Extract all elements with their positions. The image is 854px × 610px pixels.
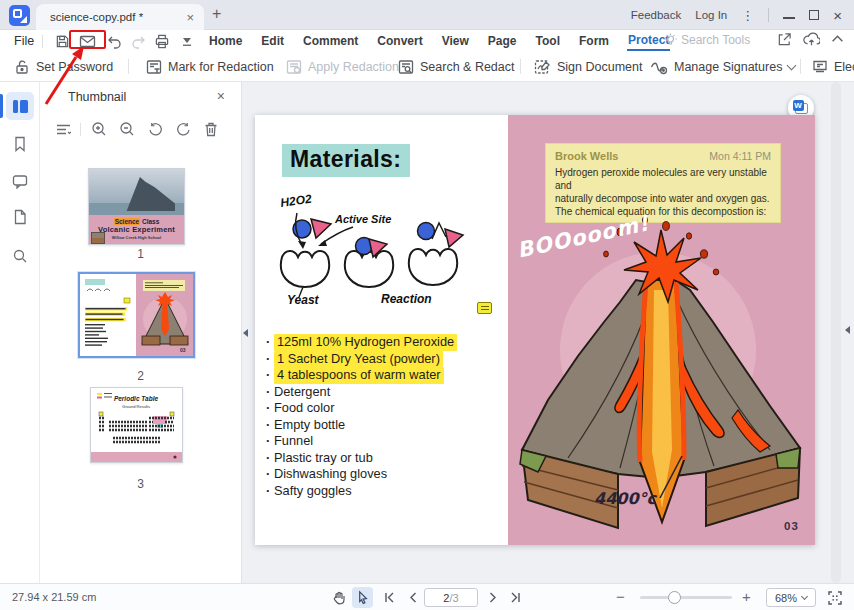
list-item-text: Empty bottle <box>274 417 345 434</box>
mark-for-redaction-button[interactable]: Mark for Redaction <box>146 52 274 81</box>
search-redact-icon <box>398 59 414 75</box>
rail-attachment-button[interactable] <box>6 203 34 231</box>
select-tool-button[interactable] <box>352 587 373 608</box>
note-timestamp: Mon 4:11 PM <box>709 150 771 162</box>
toolbar-dropdown-icon[interactable] <box>178 33 196 50</box>
electronic-signature-label: Elec <box>834 60 854 74</box>
list-item-text: Food color <box>274 400 334 417</box>
more-menu-icon[interactable]: ⋮ <box>741 8 754 23</box>
label-h2o2: H2O2 <box>279 192 312 210</box>
page-number-input[interactable]: 2 /3 <box>424 588 478 607</box>
manage-signatures-button[interactable]: Manage Signatures <box>650 52 795 81</box>
zoom-slider[interactable] <box>640 596 732 599</box>
window-maximize-button[interactable] <box>809 10 819 20</box>
rail-thumbnail-button[interactable] <box>6 92 34 120</box>
titlebar-right: Feedback Log In ⋮ × <box>631 0 854 30</box>
delete-page-icon[interactable] <box>202 120 220 138</box>
annotation-highlight-box <box>69 30 106 49</box>
sticky-note-annotation-icon[interactable] <box>477 302 492 314</box>
page-left-half: Materials: <box>255 115 508 545</box>
rotate-left-icon[interactable] <box>146 120 164 138</box>
collapse-panel-arrow-icon[interactable] <box>243 329 248 337</box>
menu-tool[interactable]: Tool <box>535 32 561 50</box>
zoom-in-button[interactable]: + <box>742 588 751 605</box>
rail-bookmark-button[interactable] <box>6 130 34 158</box>
search-redact-button[interactable]: Search & Redact <box>398 52 515 81</box>
new-tab-button[interactable]: + <box>212 5 221 23</box>
lock-open-icon <box>14 59 30 75</box>
window-minimize-button[interactable] <box>783 17 795 19</box>
divider <box>80 123 81 136</box>
page-thumbnail-3[interactable]: Periodic Table Ground Results <box>90 387 183 463</box>
panel-options-icon[interactable] <box>54 120 72 138</box>
list-item: ·Safty goggles <box>266 483 457 500</box>
tab-close-icon[interactable]: × <box>186 10 194 25</box>
zoom-in-thumbs-icon[interactable] <box>90 120 108 138</box>
thumb-1-number: 1 <box>40 247 241 261</box>
collapse-toolbar-icon[interactable] <box>831 32 844 45</box>
set-password-label: Set Password <box>36 60 113 74</box>
rail-comment-button[interactable] <box>6 167 34 195</box>
document-area[interactable]: W Materials: <box>242 82 854 583</box>
zoom-level-dropdown[interactable]: 68% <box>766 588 816 607</box>
sign-document-button[interactable]: Sign Document <box>534 52 642 81</box>
menu-view[interactable]: View <box>441 32 470 50</box>
last-page-button[interactable] <box>505 587 526 608</box>
cloud-upload-icon[interactable] <box>803 32 820 47</box>
redaction-apply-icon <box>286 59 302 75</box>
fullscreen-button[interactable] <box>824 587 845 608</box>
hand-icon <box>332 590 346 605</box>
previous-page-button[interactable] <box>402 587 423 608</box>
next-page-button[interactable] <box>482 587 503 608</box>
page-thumbnail-2-selected[interactable]: 03 <box>78 272 195 358</box>
redo-icon[interactable] <box>130 33 148 50</box>
list-item-text: Safty goggles <box>274 483 352 500</box>
divider <box>42 35 43 48</box>
menu-form[interactable]: Form <box>578 32 610 50</box>
temperature-label: 4400°c <box>594 489 656 508</box>
rail-search-button[interactable] <box>6 242 34 270</box>
vertical-scrollbar[interactable] <box>831 82 841 583</box>
label-reaction: Reaction <box>381 292 432 306</box>
comment-icon <box>12 174 28 189</box>
menu-edit[interactable]: Edit <box>260 32 285 50</box>
svg-text:03: 03 <box>180 347 186 353</box>
menu-row: File Home Edit Comment Convert View Page… <box>0 30 854 52</box>
slide3-mini: Periodic Table Ground Results <box>91 388 182 462</box>
document-tab[interactable]: science-copy.pdf * × <box>36 4 204 30</box>
list-item: ·Dishwashing gloves <box>266 466 457 483</box>
page-thumbnail-1[interactable]: Science Class Volcanic Experiment Willow… <box>88 168 185 245</box>
first-page-icon <box>383 592 395 603</box>
thumbnail-panel: Thumbnail × Science Class Volca <box>40 82 242 583</box>
search-tools-button[interactable]: Search Tools <box>664 33 750 47</box>
menu-page[interactable]: Page <box>487 32 518 50</box>
menu-comment[interactable]: Comment <box>302 32 359 50</box>
menu-convert[interactable]: Convert <box>376 32 423 50</box>
menu-home[interactable]: Home <box>208 32 243 50</box>
slide1-word-science: Science <box>114 218 141 225</box>
chevron-right-icon <box>489 592 497 603</box>
undo-icon[interactable] <box>105 33 123 50</box>
zoom-out-thumbs-icon[interactable] <box>118 120 136 138</box>
electronic-signature-button[interactable]: Elec <box>812 52 854 81</box>
set-password-button[interactable]: Set Password <box>14 52 113 81</box>
login-link[interactable]: Log In <box>695 9 727 21</box>
slide1-titleblock: Science Class Volcanic Experiment Willow… <box>89 215 184 245</box>
list-item-text: Dishwashing gloves <box>274 466 387 483</box>
rotate-right-icon[interactable] <box>174 120 192 138</box>
window-close-button[interactable]: × <box>833 7 842 24</box>
share-icon[interactable] <box>777 32 792 47</box>
titlebar: science-copy.pdf * × + Feedback Log In ⋮… <box>0 0 854 30</box>
file-menu[interactable]: File <box>14 34 34 48</box>
manage-signatures-label: Manage Signatures <box>674 60 782 74</box>
panel-close-icon[interactable]: × <box>217 88 225 104</box>
first-page-button[interactable] <box>378 587 399 608</box>
zoom-out-button[interactable]: − <box>616 588 625 605</box>
menu-items: Home Edit Comment Convert View Page Tool… <box>208 30 670 52</box>
print-icon[interactable] <box>153 33 171 50</box>
hand-tool-button[interactable] <box>328 587 349 608</box>
list-item: ·Funnel <box>266 433 457 450</box>
zoom-slider-handle[interactable] <box>668 591 681 604</box>
collapse-right-arrow-icon[interactable] <box>845 326 850 334</box>
feedback-link[interactable]: Feedback <box>631 9 682 21</box>
